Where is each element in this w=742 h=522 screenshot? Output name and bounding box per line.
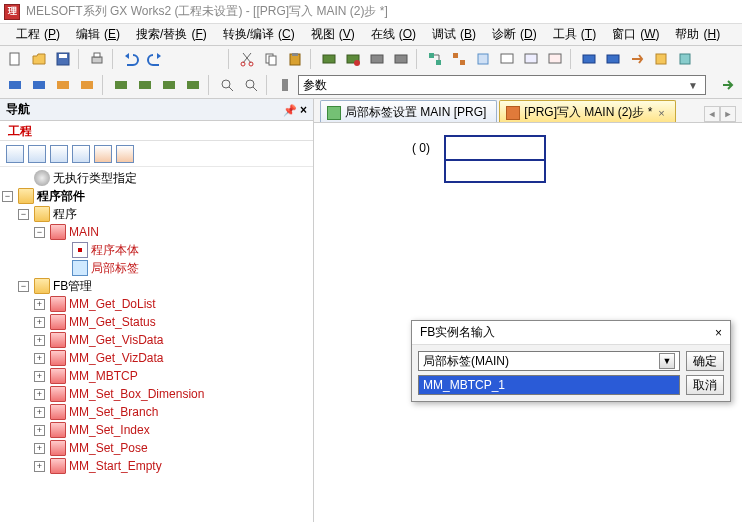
- zoom-in-icon[interactable]: [216, 74, 238, 96]
- monitor-icon-3[interactable]: [544, 48, 566, 70]
- tree-fb-item[interactable]: +MM_MBTCP: [0, 367, 313, 385]
- nav-view-6-icon[interactable]: [116, 145, 134, 163]
- dev-icon-4[interactable]: [390, 48, 412, 70]
- tab-next-icon[interactable]: ►: [720, 106, 736, 122]
- menu-find[interactable]: 搜索/替换(F): [128, 24, 211, 45]
- nav-view-4-icon[interactable]: [72, 145, 90, 163]
- block-icon-2[interactable]: [28, 74, 50, 96]
- dev-green-2-icon[interactable]: [134, 74, 156, 96]
- tab-close-icon[interactable]: ×: [658, 107, 664, 119]
- cut-icon[interactable]: [236, 48, 258, 70]
- ok-button[interactable]: 确定: [686, 351, 724, 371]
- nav-view-5-icon[interactable]: [94, 145, 112, 163]
- open-icon[interactable]: [28, 48, 50, 70]
- expand-icon[interactable]: +: [34, 443, 45, 454]
- expand-icon[interactable]: +: [34, 461, 45, 472]
- expand-icon[interactable]: +: [34, 299, 45, 310]
- dev-icon-2[interactable]: [342, 48, 364, 70]
- expand-icon[interactable]: +: [34, 425, 45, 436]
- monitor-icon-1[interactable]: [496, 48, 518, 70]
- tree-fb-item[interactable]: +MM_Start_Empty: [0, 457, 313, 475]
- tree-fb-item[interactable]: +MM_Set_Index: [0, 421, 313, 439]
- build-icon[interactable]: [472, 48, 494, 70]
- module2-icon[interactable]: [674, 48, 696, 70]
- menu-online[interactable]: 在线(O): [363, 24, 420, 45]
- close-icon[interactable]: ×: [300, 103, 307, 117]
- tree-fb-item[interactable]: +MM_Set_Pose: [0, 439, 313, 457]
- go-icon[interactable]: [716, 74, 738, 96]
- expand-icon[interactable]: +: [34, 371, 45, 382]
- tree-fb-item[interactable]: +MM_Set_Box_Dimension: [0, 385, 313, 403]
- tree-main[interactable]: −MAIN: [0, 223, 313, 241]
- paste-icon[interactable]: [284, 48, 306, 70]
- menu-project[interactable]: 工程(P): [8, 24, 64, 45]
- expand-icon[interactable]: +: [34, 317, 45, 328]
- dev-green-4-icon[interactable]: [182, 74, 204, 96]
- collapse-icon[interactable]: −: [18, 281, 29, 292]
- menu-diagnose[interactable]: 诊断(D): [484, 24, 541, 45]
- tab-label: 局部标签设置 MAIN [PRG]: [345, 104, 486, 121]
- module-icon[interactable]: [650, 48, 672, 70]
- menu-help[interactable]: 帮助(H): [667, 24, 724, 45]
- goto-icon[interactable]: [274, 74, 296, 96]
- expand-icon[interactable]: +: [34, 335, 45, 346]
- tree-prog-body[interactable]: 程序本体: [0, 241, 313, 259]
- expand-icon[interactable]: +: [34, 407, 45, 418]
- tree-fb-item[interactable]: +MM_Set_Branch: [0, 403, 313, 421]
- pin-icon[interactable]: 📌: [283, 104, 297, 116]
- tab-prev-icon[interactable]: ◄: [704, 106, 720, 122]
- zoom-out-icon[interactable]: [240, 74, 262, 96]
- monitor-icon-2[interactable]: [520, 48, 542, 70]
- tab-prg-main[interactable]: [PRG]写入 MAIN (2)步 * ×: [499, 100, 675, 122]
- nav-view-2-icon[interactable]: [28, 145, 46, 163]
- block-icon-3[interactable]: [52, 74, 74, 96]
- menu-view[interactable]: 视图(V): [303, 24, 359, 45]
- fb-label-scope-select[interactable]: 局部标签(MAIN) ▼: [418, 351, 680, 371]
- dev-icon-3[interactable]: [366, 48, 388, 70]
- dev-blue-2-icon[interactable]: [602, 48, 624, 70]
- nav-view-1-icon[interactable]: [6, 145, 24, 163]
- block-icon-4[interactable]: [76, 74, 98, 96]
- convert-icon[interactable]: [626, 48, 648, 70]
- tree-fb-item[interactable]: +MM_Get_VizData: [0, 349, 313, 367]
- dev-green-3-icon[interactable]: [158, 74, 180, 96]
- dev-green-1-icon[interactable]: [110, 74, 132, 96]
- tree-fb-item[interactable]: +MM_Get_Status: [0, 313, 313, 331]
- dialog-close-icon[interactable]: ×: [715, 326, 722, 340]
- collapse-icon[interactable]: −: [18, 209, 29, 220]
- new-icon[interactable]: [4, 48, 26, 70]
- network-icon-1[interactable]: [424, 48, 446, 70]
- menu-edit[interactable]: 编辑(E): [68, 24, 124, 45]
- block-icon-1[interactable]: [4, 74, 26, 96]
- tree-noexec[interactable]: 无执行类型指定: [0, 169, 313, 187]
- nav-view-3-icon[interactable]: [50, 145, 68, 163]
- toolbar-combo-parameter[interactable]: 参数 ▼: [298, 75, 706, 95]
- tree-fb-mgmt[interactable]: −FB管理: [0, 277, 313, 295]
- dev-blue-1-icon[interactable]: [578, 48, 600, 70]
- tree-fb-item[interactable]: +MM_Get_VisData: [0, 331, 313, 349]
- fb-instance-name-input[interactable]: MM_MBTCP_1: [418, 375, 680, 395]
- print-icon[interactable]: [86, 48, 108, 70]
- tree-fb-item[interactable]: +MM_Get_DoList: [0, 295, 313, 313]
- menu-compile[interactable]: 转换/编译(C): [215, 24, 299, 45]
- save-icon[interactable]: [52, 48, 74, 70]
- collapse-icon[interactable]: −: [2, 191, 13, 202]
- expand-icon[interactable]: +: [34, 389, 45, 400]
- cancel-button[interactable]: 取消: [686, 375, 724, 395]
- network-icon-2[interactable]: [448, 48, 470, 70]
- tree-program[interactable]: −程序: [0, 205, 313, 223]
- redo-icon[interactable]: [144, 48, 166, 70]
- menu-window[interactable]: 窗口(W): [604, 24, 663, 45]
- menu-tools[interactable]: 工具(T): [545, 24, 600, 45]
- undo-icon[interactable]: [120, 48, 142, 70]
- tab-local-label-settings[interactable]: 局部标签设置 MAIN [PRG]: [320, 100, 497, 122]
- menu-debug[interactable]: 调试(B): [424, 24, 480, 45]
- expand-icon[interactable]: +: [34, 353, 45, 364]
- tree-prog-parts[interactable]: −程序部件: [0, 187, 313, 205]
- folder-icon: [50, 386, 66, 402]
- svg-rect-20: [478, 54, 488, 64]
- copy-icon[interactable]: [260, 48, 282, 70]
- tree-local-label[interactable]: 局部标签: [0, 259, 313, 277]
- collapse-icon[interactable]: −: [34, 227, 45, 238]
- dev-icon-1[interactable]: [318, 48, 340, 70]
